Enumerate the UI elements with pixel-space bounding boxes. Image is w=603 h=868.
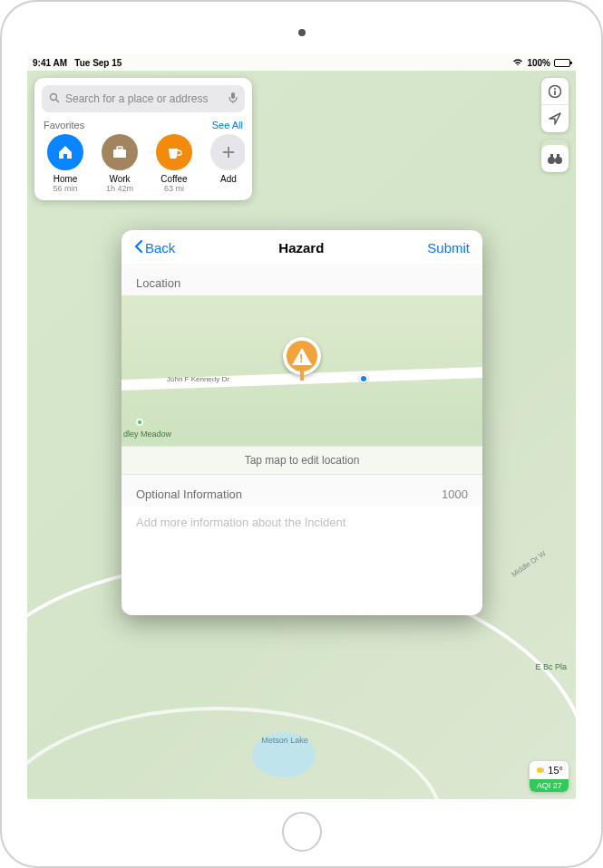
map-controls [541, 78, 569, 132]
coffee-icon [156, 134, 192, 170]
battery-icon [554, 59, 570, 67]
location-road-label: John F Kennedy Dr [167, 375, 229, 383]
favorite-sub: 56 min [42, 184, 89, 193]
svg-point-8 [554, 88, 556, 90]
user-location-dot [359, 374, 368, 383]
search-input[interactable]: Search for a place or address [42, 85, 245, 112]
weather-temp: 15° [548, 765, 563, 776]
back-button[interactable]: Back [134, 239, 175, 256]
svg-rect-13 [557, 154, 559, 159]
modal-title: Hazard [278, 240, 324, 256]
favorite-label: Work [96, 174, 143, 184]
map-locate-button[interactable] [541, 105, 569, 132]
favorites-header: Favorites See All [42, 112, 245, 134]
svg-line-1 [56, 100, 59, 102]
location-hint: Tap map to edit location [122, 446, 482, 474]
incident-info-input[interactable] [122, 506, 482, 612]
status-left: 9:41 AM Tue Sep 15 [33, 58, 122, 68]
favorite-label: Coffee [151, 174, 198, 184]
weather-widget[interactable]: 15° AQI 27 [530, 761, 569, 792]
hazard-pin-icon[interactable] [283, 337, 321, 375]
battery-pct: 100% [527, 58, 550, 68]
svg-point-0 [51, 93, 57, 100]
location-section-label: Location [122, 264, 482, 295]
chevron-left-icon [134, 239, 143, 256]
map-info-button[interactable] [541, 78, 569, 105]
status-bar: 9:41 AM Tue Sep 15 100% [27, 54, 576, 71]
back-label: Back [145, 240, 175, 256]
briefcase-icon [102, 134, 138, 170]
location-map[interactable]: John F Kennedy Dr dley Meadow [122, 295, 482, 446]
weather-temp-row: 15° [530, 761, 569, 779]
favorite-item-home[interactable]: Home 56 min [42, 134, 89, 193]
map-lake-label: Metson Lake [247, 736, 323, 745]
meadow-poi-label: dley Meadow [123, 429, 171, 439]
svg-rect-12 [550, 154, 553, 159]
submit-button[interactable]: Submit [427, 240, 470, 256]
search-icon [49, 92, 60, 106]
char-count: 1000 [442, 487, 468, 501]
front-camera [298, 29, 306, 36]
svg-rect-4 [117, 147, 122, 149]
map-binoculars-button[interactable] [541, 145, 569, 172]
meadow-poi-icon [136, 419, 143, 426]
screen: 9:41 AM Tue Sep 15 100% 30th Ave Metson … [27, 54, 576, 799]
favorites-see-all[interactable]: See All [212, 120, 243, 130]
optional-info-header: Optional Information 1000 [122, 474, 482, 506]
optional-info-label: Optional Information [136, 487, 242, 501]
mic-icon[interactable] [229, 92, 238, 107]
map-controls-2 [541, 140, 569, 172]
favorite-label: Add [205, 174, 245, 184]
favorite-label: Home [42, 174, 89, 184]
status-right: 100% [512, 58, 570, 68]
plus-icon [210, 134, 245, 170]
favorites-row: Home 56 min Work 1h 42m Coffee 63 mi [42, 134, 245, 200]
svg-point-14 [537, 767, 542, 773]
favorite-sub: 1h 42m [96, 184, 143, 193]
favorite-item-add[interactable]: Add [205, 134, 245, 193]
search-card: Search for a place or address Favorites … [34, 78, 252, 200]
weather-aqi: AQI 27 [530, 779, 569, 792]
map-park-label: E Bc Pla [535, 662, 567, 672]
map-road-label: Middle Dr W [510, 549, 547, 579]
favorites-label: Favorites [44, 120, 84, 130]
svg-rect-2 [231, 92, 235, 99]
status-time: 9:41 AM [33, 58, 67, 68]
favorite-item-coffee[interactable]: Coffee 63 mi [151, 134, 198, 193]
svg-rect-9 [554, 91, 556, 95]
svg-rect-3 [113, 149, 126, 158]
favorite-sub: 63 mi [151, 184, 198, 193]
home-button[interactable] [282, 812, 322, 852]
favorite-item-work[interactable]: Work 1h 42m [96, 134, 143, 193]
sun-icon [535, 764, 546, 776]
ipad-frame: 9:41 AM Tue Sep 15 100% 30th Ave Metson … [0, 0, 603, 868]
home-icon [47, 134, 83, 170]
wifi-icon [512, 58, 523, 68]
status-date: Tue Sep 15 [74, 58, 122, 68]
search-placeholder: Search for a place or address [65, 92, 208, 105]
modal-header: Back Hazard Submit [122, 230, 482, 264]
hazard-modal: Back Hazard Submit Location John F Kenne… [122, 230, 482, 615]
warning-triangle-icon [292, 348, 312, 365]
